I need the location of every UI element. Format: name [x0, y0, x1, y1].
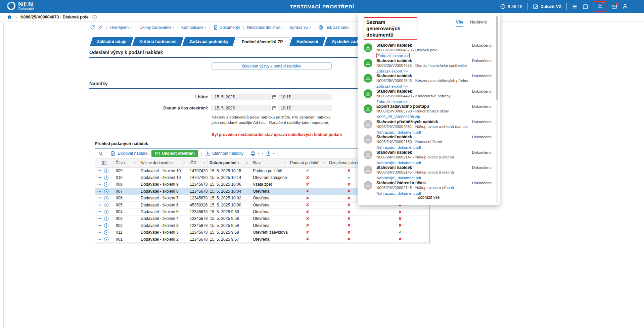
- download-item-link[interactable]: Zobrazit export >>: [376, 99, 408, 104]
- refresh-icon[interactable]: [90, 25, 95, 30]
- menu-nestandardni-stav[interactable]: Nestandardní stav▾: [247, 25, 282, 30]
- tab-kriteria-hodnoceni[interactable]: Kritéria hodnocení: [132, 37, 184, 46]
- tab-podani-ucastniku-zp[interactable]: Podání účastníků ZP: [234, 37, 290, 46]
- column-header-nazev-dodavatele[interactable]: Název dodavatele▽: [138, 158, 187, 167]
- download-item[interactable]: Export zadávacího postupu N006/25/V00003…: [364, 103, 492, 119]
- row-info-icon[interactable]: i: [104, 189, 108, 193]
- table-row[interactable]: ••• i 001 Dodavatel - školení 2 12345678…: [95, 236, 429, 243]
- row-menu-icon[interactable]: •••: [97, 190, 101, 193]
- column-header-datum-podani[interactable]: Datum podání ↓▽: [208, 158, 250, 167]
- column-header-cislo[interactable]: Číslo▽: [113, 158, 138, 167]
- menu-dokumenty[interactable]: Dokumenty: [213, 25, 240, 30]
- download-item[interactable]: Stahování nabídek N006/25/V00004428 - Ka…: [364, 88, 492, 104]
- evidovat-nabidku-button[interactable]: Evidovat nabídku: [110, 151, 148, 156]
- download-item[interactable]: Stahování nabídek N006/24/V00002145 - Ná…: [364, 164, 492, 180]
- home-icon[interactable]: [7, 14, 12, 20]
- column-header-podana-po-lhute[interactable]: Podaná po lhůtě▽: [288, 158, 327, 167]
- download-item-link[interactable]: Nahrazujici_dokument.pdf: [376, 176, 421, 180]
- row-info-icon[interactable]: i: [104, 176, 108, 180]
- row-menu-icon[interactable]: •••: [97, 176, 101, 179]
- table-row[interactable]: ••• i 011 Dodavatel - školení 3 12345678…: [95, 229, 429, 236]
- download-item-link[interactable]: Nahrazujici_dokument.pdf: [376, 130, 421, 134]
- oteviranie-date-field[interactable]: 15. 5. 2025: [212, 105, 271, 111]
- table-row[interactable]: ••• i 003 Dodavatel - školení 4 12345678…: [95, 216, 429, 222]
- panel-scrollbar[interactable]: [496, 15, 498, 203]
- row-info-icon[interactable]: i: [104, 203, 108, 207]
- panel-scrollbar-thumb[interactable]: [496, 16, 498, 100]
- row-menu-icon[interactable]: •••: [97, 238, 101, 241]
- print-button[interactable]: ▾: [250, 151, 259, 156]
- tab-hodnoceni[interactable]: Hodnocení: [289, 37, 325, 46]
- table-row[interactable]: ••• i 004 Dodavatel - školení 5 12345678…: [95, 208, 429, 215]
- row-info-icon[interactable]: i: [104, 230, 108, 235]
- table-settings-icon[interactable]: [102, 160, 107, 166]
- stahnout-nabidky-button[interactable]: Stáhnout nabídky: [205, 151, 243, 156]
- download-item-link[interactable]: N006_25_V00003298.zip: [376, 114, 420, 119]
- row-info-icon[interactable]: i: [104, 217, 108, 221]
- hamburger-menu-icon[interactable]: [572, 4, 578, 9]
- left-scroll-strip[interactable]: [3, 23, 4, 328]
- download-item-link[interactable]: Zobrazit export >>: [376, 53, 410, 58]
- calendar-icon[interactable]: [583, 4, 588, 9]
- nen-logo[interactable]: NEN Zadavatel: [7, 1, 34, 11]
- ukoncit-otevirani-button[interactable]: Ukončit otevírání: [151, 150, 198, 157]
- filter-icon[interactable]: ▽: [284, 161, 286, 164]
- export-button[interactable]: ▾: [266, 151, 274, 156]
- menu-tisk-zaznamu[interactable]: Tisk záznamu: [318, 25, 350, 30]
- tab-vse[interactable]: Vše: [456, 20, 463, 27]
- download-item-link[interactable]: Nahrazujici_dokument.pdf: [376, 191, 421, 195]
- row-menu-icon[interactable]: •••: [97, 231, 101, 234]
- row-menu-icon[interactable]: •••: [97, 169, 101, 173]
- edit-icon[interactable]: [98, 25, 103, 30]
- download-item[interactable]: Stahování nabídek N006/25/V00004543 - Ko…: [364, 73, 492, 88]
- oteviranie-time-field[interactable]: 10:15: [278, 105, 331, 111]
- calendar-picker-icon[interactable]: [272, 95, 277, 99]
- generated-documents-button[interactable]: [593, 1, 606, 12]
- lhuta-date-field[interactable]: 15. 5. 2025: [212, 94, 271, 100]
- filter-icon[interactable]: ▽: [183, 161, 185, 164]
- download-item[interactable]: Stahování nabídek N006/24/V00002150 - Ko…: [364, 134, 492, 149]
- column-header-stav[interactable]: Stav▽: [250, 158, 288, 167]
- download-item-link[interactable]: Nahrazujici_dokument.pdf: [376, 145, 421, 149]
- download-item[interactable]: Stahování předběžných nabídek N006/24/V0…: [364, 119, 492, 134]
- row-info-icon[interactable]: i: [104, 182, 108, 187]
- lhuta-time-field[interactable]: 10:15: [278, 94, 331, 100]
- profile-icon[interactable]: [622, 4, 628, 9]
- row-menu-icon[interactable]: •••: [97, 183, 101, 186]
- row-menu-icon[interactable]: •••: [97, 210, 101, 214]
- row-info-icon[interactable]: i: [104, 210, 108, 214]
- search-icon[interactable]: [98, 151, 103, 156]
- row-info-icon[interactable]: i: [104, 223, 108, 228]
- download-item-link[interactable]: Nahrazujici_dokument.pdf: [376, 160, 421, 165]
- download-item-link[interactable]: Zobrazit export >>: [376, 69, 408, 73]
- messages-button[interactable]: [611, 4, 617, 9]
- filter-icon[interactable]: ▽: [323, 161, 325, 164]
- download-item-link[interactable]: Zobrazit export >>: [376, 84, 408, 88]
- row-info-icon[interactable]: i: [104, 196, 108, 200]
- row-menu-icon[interactable]: •••: [97, 224, 101, 227]
- menu-uverejneni[interactable]: Uveřejnění▾: [110, 25, 132, 30]
- tab-nedavne[interactable]: Nedávné: [470, 20, 487, 27]
- menu-ukony-zadavatele[interactable]: Úkony zadavatele▾: [139, 25, 174, 30]
- filter-icon[interactable]: ▽: [246, 161, 248, 164]
- row-menu-icon[interactable]: •••: [97, 217, 101, 220]
- download-item[interactable]: Stahování nabídek N006/24/V00002147 - Ná…: [364, 149, 492, 165]
- column-header-ico[interactable]: IČO▽: [187, 158, 208, 167]
- close-record-icon[interactable]: [92, 15, 97, 20]
- tab-zakladni-udaje[interactable]: Základní údaje: [90, 37, 133, 46]
- menu-komunikace[interactable]: Komunikace▾: [181, 25, 206, 30]
- filter-icon[interactable]: ▽: [134, 161, 136, 164]
- column-header-settings[interactable]: [95, 158, 113, 167]
- table-row[interactable]: ••• i 002 Dodavatel - školení 3 12345678…: [95, 222, 429, 229]
- row-info-icon[interactable]: i: [104, 169, 108, 173]
- download-item[interactable]: Stahování žádostí o účast N006/24/V00002…: [364, 180, 492, 195]
- row-info-icon[interactable]: i: [104, 237, 108, 241]
- create-vz-button[interactable]: Založit VZ: [533, 4, 561, 9]
- filter-icon[interactable]: ▽: [203, 161, 205, 164]
- menu-sprava-vz[interactable]: Správa VZ▾: [289, 25, 311, 30]
- row-menu-icon[interactable]: •••: [97, 196, 101, 200]
- row-menu-icon[interactable]: •••: [97, 203, 101, 207]
- download-item[interactable]: Stahování nabídek N006/25/V00004673 - Di…: [364, 42, 492, 58]
- breadcrumb[interactable]: N006/25/V00004673 - Disková pole: [20, 15, 89, 19]
- calendar-picker-icon[interactable]: [272, 106, 277, 110]
